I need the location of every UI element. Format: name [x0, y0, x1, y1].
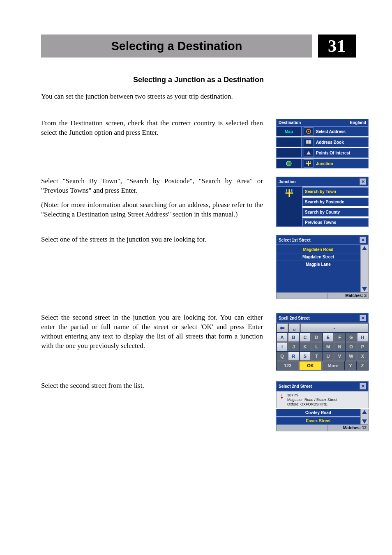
key-j[interactable]: J: [288, 342, 299, 351]
junction-item-label: Search by Town: [305, 189, 336, 194]
street1-item-2[interactable]: Magpie Lane: [277, 261, 360, 268]
close-button[interactable]: ✕: [360, 315, 366, 321]
svg-point-2: [308, 131, 309, 132]
key-g[interactable]: G: [346, 333, 357, 342]
space-key[interactable]: ␣: [288, 323, 300, 332]
dest-country: England: [350, 120, 366, 125]
street1-item-0[interactable]: Magdalen Road: [277, 246, 360, 253]
key-ok[interactable]: OK: [299, 361, 321, 370]
back-arrow-icon: ⬅: [280, 325, 285, 331]
junction-item-town[interactable]: Search by Town: [302, 187, 369, 196]
key-e[interactable]: E: [323, 333, 334, 342]
page-number: 31: [318, 35, 356, 58]
key-h[interactable]: H: [357, 333, 368, 342]
street2-matches: Matches: 12: [328, 425, 369, 431]
step-2b-text: (Note: for more information about search…: [41, 200, 263, 219]
key-z[interactable]: Z: [357, 361, 368, 370]
key-q[interactable]: Q: [277, 352, 288, 361]
globe-icon: [286, 160, 292, 167]
book-icon: [306, 140, 311, 145]
key-n[interactable]: N: [334, 342, 345, 351]
onscreen-keyboard: ⬅ ␣ - ABCDEFGH IJKLMNOP QRSTUVWX 123 OK …: [276, 323, 369, 371]
junction-item-label: Search by Postcode: [305, 200, 344, 204]
scrollbar[interactable]: [360, 409, 369, 425]
key-k[interactable]: K: [300, 342, 311, 351]
scrollbar[interactable]: [360, 245, 369, 292]
key-m[interactable]: M: [323, 342, 334, 351]
screenshot-destination: Destination England Map: [276, 119, 369, 168]
scroll-down-icon[interactable]: [362, 419, 367, 424]
key-a[interactable]: A: [277, 333, 288, 342]
section-subheading: Selecting a Junction as a Destination: [41, 76, 356, 84]
key-123[interactable]: 123: [277, 361, 299, 370]
pin-icon: [279, 393, 285, 399]
street1-matches: Matches: 3: [328, 292, 369, 299]
street2-title: Select 2nd Street: [279, 384, 312, 389]
key-f[interactable]: F: [334, 333, 345, 342]
key-r[interactable]: R: [288, 352, 299, 361]
space-icon: ␣: [293, 326, 295, 330]
screenshot-spell-2nd-street: Spell 2nd Street ✕ ⬅ ␣ - ABCDEFGH IJKLMN…: [276, 313, 369, 371]
poi-icon: [306, 150, 311, 155]
street2-info-line2: Oxford, OXFORDSHIRE: [287, 402, 337, 407]
junction-item-postcode[interactable]: Search by Postcode: [302, 198, 369, 206]
key-w[interactable]: W: [346, 352, 357, 361]
street2-info-line1: Magdalen Road / Essex Street: [287, 398, 337, 402]
dest-empty-3: [276, 159, 302, 168]
target-icon: [306, 129, 311, 134]
kbd-row-1: ABCDEFGH: [277, 333, 368, 342]
junction-item-county[interactable]: Search by County: [302, 208, 369, 216]
intro-text: You can set the junction between two str…: [41, 92, 356, 101]
junction-icon: [306, 161, 311, 166]
dest-item-select-address[interactable]: Select Address: [302, 127, 369, 136]
dest-empty-1: [276, 137, 302, 147]
step-3-text: Select one of the streets in the junctio…: [41, 235, 263, 244]
junction-item-previous[interactable]: Previous Towns: [302, 218, 369, 227]
street1-item-1[interactable]: Magdalen Street: [277, 253, 360, 261]
key-b[interactable]: B: [288, 333, 299, 342]
close-button[interactable]: ✕: [360, 383, 366, 389]
map-button[interactable]: Map: [276, 127, 302, 136]
scroll-down-icon[interactable]: [362, 287, 367, 291]
close-button[interactable]: ✕: [360, 237, 366, 243]
dest-item-label: Junction: [316, 161, 333, 166]
street1-title: Select 1st Street: [279, 238, 311, 242]
street1-list: Magdalen Road Magdalen Street Magpie Lan…: [276, 245, 360, 292]
dest-item-label: Address Book: [316, 140, 344, 145]
key-u[interactable]: U: [323, 352, 334, 361]
key-l[interactable]: L: [311, 342, 322, 351]
key-c[interactable]: C: [300, 333, 311, 342]
close-button[interactable]: ✕: [360, 178, 366, 185]
backspace-key[interactable]: ⬅: [277, 323, 288, 332]
keyboard-input-field[interactable]: -: [300, 323, 368, 332]
key-o[interactable]: O: [346, 342, 357, 351]
key-more[interactable]: More: [322, 361, 344, 370]
junction-item-label: Previous Towns: [305, 220, 336, 225]
scroll-up-icon[interactable]: [362, 410, 367, 414]
key-i[interactable]: I: [277, 342, 288, 351]
junction-title: Junction: [279, 180, 296, 184]
dest-item-label: Select Address: [316, 129, 346, 134]
key-x[interactable]: X: [357, 352, 368, 361]
kbd-row-4: 123 OK More Y Z: [277, 361, 368, 370]
key-t[interactable]: T: [311, 352, 322, 361]
street2-item-1[interactable]: Essex Street: [276, 417, 360, 425]
step-4-text: Select the second street in the junction…: [41, 313, 263, 351]
key-y[interactable]: Y: [345, 361, 356, 370]
page-header: Selecting a Destination 31: [41, 35, 356, 58]
dest-item-poi[interactable]: Points Of Interest: [302, 148, 369, 158]
key-s[interactable]: S: [300, 352, 311, 361]
kbd-title: Spell 2nd Street: [279, 316, 310, 320]
street2-info: 307 mi Magdalen Road / Essex Street Oxfo…: [276, 391, 369, 408]
key-v[interactable]: V: [334, 352, 345, 361]
screenshot-junction: Junction ✕ Search by Town Search by Post…: [276, 177, 369, 227]
dest-item-junction[interactable]: Junction: [302, 159, 369, 168]
dest-item-address-book[interactable]: Address Book: [302, 137, 369, 147]
key-p[interactable]: P: [357, 342, 368, 351]
step-1-text: From the Destination screen, check that …: [41, 119, 263, 138]
scroll-up-icon[interactable]: [362, 246, 367, 250]
page: Selecting a Destination 31 Selecting a J…: [0, 0, 392, 555]
key-d[interactable]: D: [311, 333, 322, 342]
street2-item-0[interactable]: Cowley Road: [276, 409, 360, 417]
street2-list: Cowley Road Essex Street: [276, 408, 360, 425]
